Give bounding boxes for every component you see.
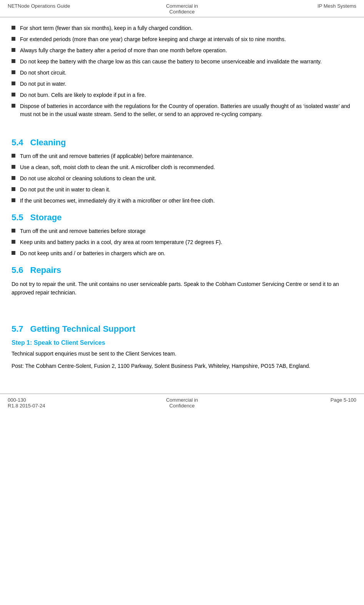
section-title: Storage [30, 213, 62, 222]
list-item-text: Do not use alcohol or cleaning solutions… [20, 175, 156, 183]
main-content: For short term (fewer than six months), … [0, 17, 364, 378]
section-5-7-heading: 5.7Getting Technical Support [12, 324, 352, 334]
list-item: Use a clean, soft, moist cloth to clean … [12, 163, 352, 171]
bullet-icon [12, 251, 15, 255]
footer-doc-number: 000-130 [8, 397, 26, 403]
list-item-text: Do not put in water. [20, 80, 66, 88]
bullet-icon [12, 26, 15, 30]
list-item: Keep units and battery packs in a cool, … [12, 238, 352, 246]
header-center: Commercial inConfidence [85, 3, 279, 15]
list-item: For short term (fewer than six months), … [12, 24, 352, 32]
bullet-icon [12, 198, 15, 202]
bullet-icon [12, 165, 15, 169]
section-5-5-heading: 5.5Storage [12, 213, 352, 223]
list-item: Do not use alcohol or cleaning solutions… [12, 175, 352, 183]
step1-para1: Technical support enquiries must be sent… [12, 349, 352, 358]
section-number: 5.6 [12, 265, 23, 275]
bullet-icon [12, 154, 15, 158]
list-item-text: Keep units and battery packs in a cool, … [20, 238, 222, 246]
list-item: Dispose of batteries in accordance with … [12, 102, 352, 118]
cleaning-bullet-list: Turn off the unit and remove batteries (… [12, 152, 352, 205]
battery-bullet-list: For short term (fewer than six months), … [12, 24, 352, 118]
bullet-icon [12, 176, 15, 180]
list-item: Always fully charge the battery after a … [12, 47, 352, 55]
section-number: 5.4 [12, 138, 23, 147]
bullet-icon [12, 187, 15, 191]
footer-confidentiality: Commercial inConfidence [166, 397, 198, 409]
list-item: Do not short circuit. [12, 69, 352, 77]
header-title-right: IP Mesh Systems [317, 3, 356, 9]
section-number: 5.7 [12, 324, 23, 334]
list-item-text: Do not put the unit in water to clean it… [20, 186, 110, 194]
page-footer: 000-130 R1.8 2015-07-24 Commercial inCon… [0, 394, 364, 411]
list-item: Do not keep the battery with the charge … [12, 58, 352, 66]
list-item: For extended periods (more than one year… [12, 35, 352, 43]
list-item-text: Use a clean, soft, moist cloth to clean … [20, 163, 215, 171]
list-item-text: Do not keep units and / or batteries in … [20, 249, 165, 258]
bullet-icon [12, 93, 15, 96]
bullet-icon [12, 104, 15, 108]
list-item: Do not keep units and / or batteries in … [12, 249, 352, 258]
step1-para2: Post: The Cobham Centre-Solent, Fusion 2… [12, 362, 352, 370]
header-left: NETNode Operations Guide [8, 3, 85, 9]
bullet-icon [12, 240, 15, 244]
footer-doc-version: R1.8 2015-07-24 [8, 403, 45, 409]
header-right: IP Mesh Systems [279, 3, 356, 9]
header-title-left: NETNode Operations Guide [8, 3, 70, 9]
list-item-text: Do not short circuit. [20, 69, 66, 77]
storage-bullet-list: Turn off the unit and remove batteries b… [12, 227, 352, 258]
header-title-center: Commercial inConfidence [166, 3, 198, 15]
footer-left: 000-130 R1.8 2015-07-24 [8, 397, 85, 409]
list-item-text: If the unit becomes wet, immediately dry… [20, 197, 215, 205]
list-item-text: Turn off the unit and remove batteries b… [20, 227, 146, 235]
section-title: Getting Technical Support [30, 324, 135, 334]
section-5-4-heading: 5.4Cleaning [12, 138, 352, 148]
footer-page-number: Page 5-100 [331, 397, 356, 403]
list-item: Turn off the unit and remove batteries b… [12, 227, 352, 235]
section-number: 5.5 [12, 213, 23, 222]
bullet-icon [12, 59, 15, 63]
list-item: Do not put in water. [12, 80, 352, 88]
section-title: Repairs [30, 265, 61, 275]
list-item: Do not burn. Cells are likely to explode… [12, 91, 352, 99]
list-item: Do not put the unit in water to clean it… [12, 186, 352, 194]
list-item-text: For extended periods (more than one year… [20, 35, 286, 43]
list-item: If the unit becomes wet, immediately dry… [12, 197, 352, 205]
list-item-text: Do not keep the battery with the charge … [20, 58, 322, 66]
page-header: NETNode Operations Guide Commercial inCo… [0, 0, 364, 17]
list-item-text: Do not burn. Cells are likely to explode… [20, 91, 146, 99]
step1-heading: Step 1: Speak to Client Services [12, 339, 352, 346]
bullet-icon [12, 229, 15, 233]
bullet-icon [12, 70, 15, 74]
footer-center: Commercial inConfidence [85, 397, 279, 409]
repairs-paragraph: Do not try to repair the unit. The unit … [12, 280, 352, 297]
list-item-text: Always fully charge the battery after a … [20, 47, 227, 55]
bullet-icon [12, 37, 15, 41]
list-item-text: For short term (fewer than six months), … [20, 24, 193, 32]
section-title: Cleaning [30, 138, 66, 147]
bullet-icon [12, 81, 15, 85]
list-item-text: Turn off the unit and remove batteries (… [20, 152, 193, 160]
list-item: Turn off the unit and remove batteries (… [12, 152, 352, 160]
list-item-text: Dispose of batteries in accordance with … [20, 102, 352, 118]
bullet-icon [12, 48, 15, 52]
section-5-6-heading: 5.6Repairs [12, 265, 352, 275]
footer-right: Page 5-100 [279, 397, 356, 403]
